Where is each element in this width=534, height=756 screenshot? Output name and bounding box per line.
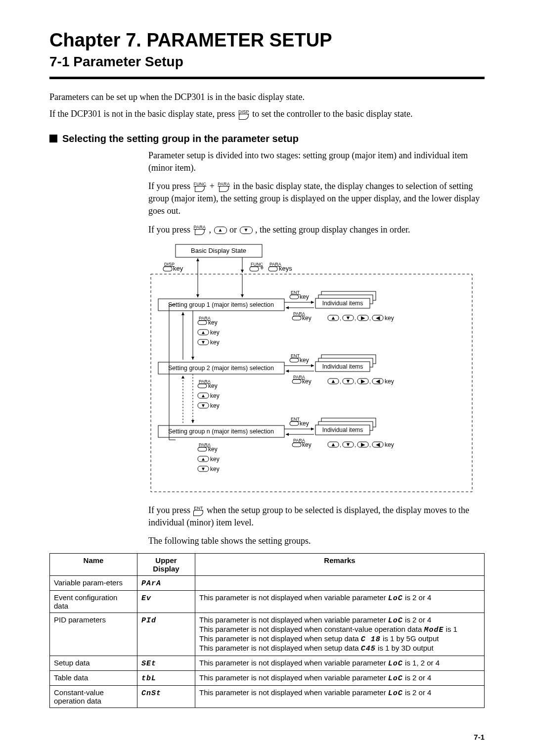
svg-text:,: , bbox=[369, 378, 371, 384]
p3-b: , bbox=[209, 225, 214, 235]
svg-text:◀: ◀ bbox=[376, 315, 380, 321]
diagram-basic-label: Basic Display State bbox=[191, 247, 246, 254]
svg-text:key: key bbox=[210, 402, 220, 409]
individual-items-label: Individual items bbox=[322, 300, 363, 307]
para-key-icon: PARA bbox=[193, 225, 206, 235]
key-word: key bbox=[210, 329, 220, 336]
cell-remarks: This parameter is not displayed when var… bbox=[195, 656, 485, 671]
svg-text:key: key bbox=[210, 466, 220, 472]
svg-text:▼: ▼ bbox=[201, 403, 206, 408]
groupn-label: Setting group n (major items) selection bbox=[168, 428, 274, 435]
intro2-a: If the DCP301 is not in the basic displa… bbox=[49, 109, 237, 119]
svg-rect-16 bbox=[292, 316, 301, 320]
table-row: PID parametersPIdThis parameter is not d… bbox=[50, 613, 485, 656]
cell-name: Setup data bbox=[50, 656, 137, 671]
svg-text:key: key bbox=[302, 441, 312, 448]
svg-rect-75 bbox=[290, 422, 299, 425]
key-shape bbox=[193, 510, 203, 516]
table-row: Event configuration dataEvThis parameter… bbox=[50, 591, 485, 613]
svg-rect-61 bbox=[198, 384, 207, 388]
subheading-text: Selecting the setting group in the param… bbox=[62, 133, 299, 144]
svg-text:▼: ▼ bbox=[201, 466, 206, 472]
svg-text:key: key bbox=[385, 441, 394, 448]
diagram-keys-suffix: keys bbox=[279, 265, 292, 272]
key-shape bbox=[195, 186, 205, 192]
p3-a: If you press bbox=[148, 225, 192, 235]
table-row: Variable param-etersPArA bbox=[50, 576, 485, 591]
cell-remarks: This parameter is not displayed when var… bbox=[195, 686, 485, 708]
p2-b: + bbox=[210, 181, 217, 191]
svg-rect-97 bbox=[198, 447, 207, 451]
body-paragraphs: Parameter setup is divided into two stag… bbox=[148, 149, 485, 236]
th-remarks: Remarks bbox=[195, 554, 485, 576]
svg-text:◀: ◀ bbox=[376, 378, 380, 384]
svg-text:▲: ▲ bbox=[201, 393, 206, 398]
svg-text:,: , bbox=[340, 442, 341, 448]
svg-text:key: key bbox=[208, 446, 218, 453]
svg-text:▶: ▶ bbox=[361, 441, 365, 447]
cell-remarks: This parameter is not displayed when var… bbox=[195, 591, 485, 613]
diagram-group-2: Setting group 2 (major items) selection … bbox=[158, 353, 394, 423]
cell-remarks: This parameter is not displayed when var… bbox=[195, 613, 485, 656]
p3-c: or bbox=[229, 225, 239, 235]
down-arrow-key-icon: ▼ bbox=[240, 227, 253, 234]
cell-remarks bbox=[195, 576, 485, 591]
svg-rect-2 bbox=[163, 267, 172, 271]
cell-upper-display: CnSt bbox=[137, 686, 195, 708]
cell-upper-display: SEt bbox=[137, 656, 195, 671]
section-title: 7-1 Parameter Setup bbox=[49, 54, 485, 70]
table-row: Table datatbLThis parameter is not displ… bbox=[50, 671, 485, 686]
square-bullet-icon bbox=[49, 135, 57, 142]
svg-text:▼: ▼ bbox=[346, 441, 351, 447]
cell-upper-display: PArA bbox=[137, 576, 195, 591]
func-key-icon: FUNC bbox=[193, 182, 206, 192]
up-arrow-key-icon: ▲ bbox=[214, 227, 227, 234]
svg-rect-28 bbox=[198, 321, 207, 325]
cell-name: Event configuration data bbox=[50, 591, 137, 613]
th-name: Name bbox=[50, 554, 137, 576]
section-rule bbox=[49, 77, 485, 79]
svg-rect-39 bbox=[290, 358, 299, 362]
setting-groups-table: Name Upper Display Remarks Variable para… bbox=[49, 553, 485, 708]
svg-rect-5 bbox=[268, 267, 277, 271]
p2-a: If you press bbox=[148, 181, 192, 191]
svg-rect-4 bbox=[250, 267, 259, 271]
intro2-b: to set the controller to the basic displ… bbox=[252, 109, 412, 119]
key-shape bbox=[239, 114, 249, 120]
svg-text:,: , bbox=[355, 442, 356, 448]
diagram-group-1: Setting group 1 (major items) selection … bbox=[158, 290, 394, 360]
table-row: Setup dataSEtThis parameter is not displ… bbox=[50, 656, 485, 671]
disp-key-icon: DISP bbox=[238, 110, 249, 120]
ent-key-icon: ENT bbox=[193, 506, 203, 516]
svg-text:key: key bbox=[385, 378, 394, 385]
cell-remarks: This parameter is not displayed when var… bbox=[195, 671, 485, 686]
svg-text:,: , bbox=[369, 315, 371, 321]
svg-text:,: , bbox=[340, 378, 341, 384]
svg-rect-12 bbox=[290, 295, 299, 299]
cell-upper-display: PId bbox=[137, 613, 195, 656]
svg-text:▶: ▶ bbox=[361, 315, 365, 321]
cell-name: Table data bbox=[50, 671, 137, 686]
cell-name: Variable param-eters bbox=[50, 576, 137, 591]
flow-diagram: Basic Display State DISP key FUNC + PARA… bbox=[49, 242, 485, 496]
page: Chapter 7. PARAMETER SETUP 7-1 Parameter… bbox=[0, 0, 534, 756]
subheading: Selecting the setting group in the param… bbox=[49, 133, 485, 144]
svg-text:▼: ▼ bbox=[346, 315, 351, 321]
key-label: ENT bbox=[291, 290, 300, 295]
svg-text:ENT: ENT bbox=[291, 417, 300, 422]
para-1: Parameter setup is divided into two stag… bbox=[148, 149, 485, 174]
key-word: key bbox=[208, 319, 218, 326]
svg-text:▶: ▶ bbox=[361, 378, 365, 384]
svg-text:,: , bbox=[369, 442, 371, 448]
para-2: If you press FUNC + PARA in the basic di… bbox=[148, 180, 485, 218]
svg-text:key: key bbox=[208, 382, 218, 389]
key-word: key bbox=[210, 339, 220, 346]
diagram-svg: Basic Display State DISP key FUNC + PARA… bbox=[148, 242, 475, 494]
cell-name: PID parameters bbox=[50, 613, 137, 656]
svg-text:Individual items: Individual items bbox=[322, 363, 363, 370]
group2-label: Setting group 2 (major items) selection bbox=[168, 365, 274, 372]
key-word: key bbox=[300, 293, 309, 300]
svg-text:key: key bbox=[302, 378, 312, 385]
para-3: If you press PARA , ▲ or ▼ , the setting… bbox=[148, 224, 485, 236]
cell-upper-display: Ev bbox=[137, 591, 195, 613]
